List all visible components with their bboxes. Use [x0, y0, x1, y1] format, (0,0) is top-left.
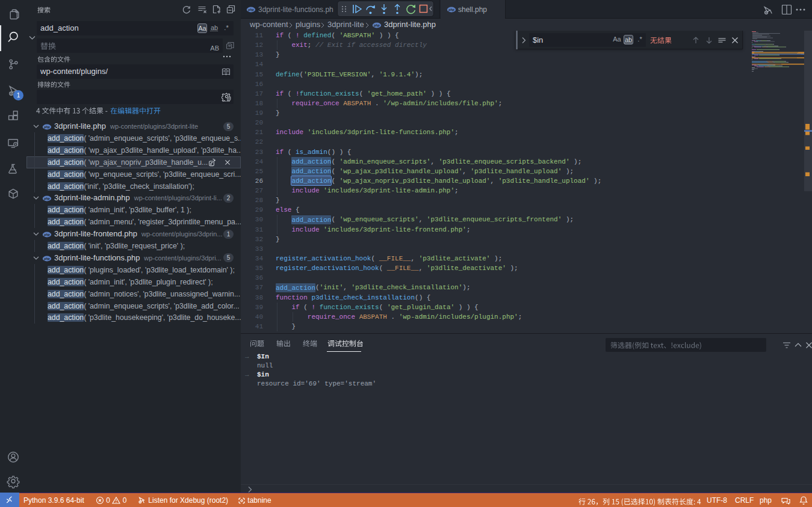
svg-text:php: php: [247, 8, 254, 11]
svg-text:php: php: [43, 125, 50, 129]
svg-text:php: php: [373, 23, 380, 27]
svg-text:php: php: [43, 257, 50, 260]
svg-text:php: php: [448, 8, 454, 11]
svg-text:php: php: [43, 197, 50, 200]
svg-text:php: php: [43, 233, 50, 236]
